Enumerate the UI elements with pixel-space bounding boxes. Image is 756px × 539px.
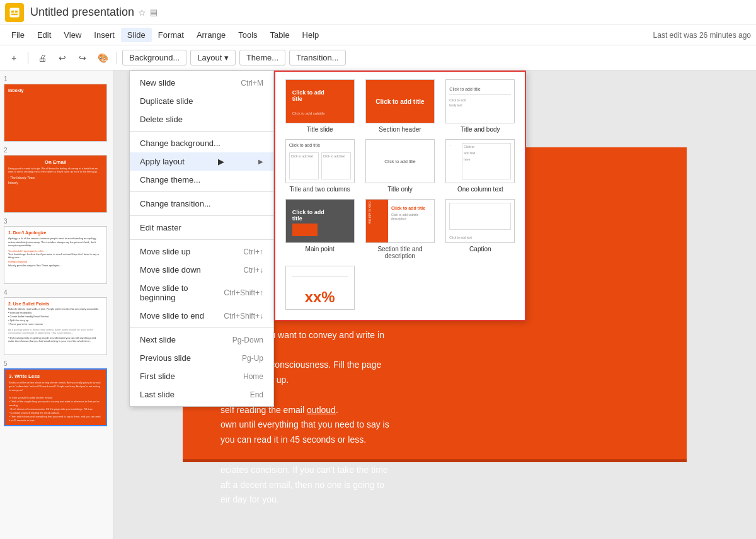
dd-apply-layout-label: Apply layout <box>140 157 185 166</box>
slide-num-4: 4 <box>4 289 109 296</box>
dd-change-theme[interactable]: Change theme... <box>130 171 273 189</box>
lt-main-point-label: Main point <box>306 246 335 252</box>
dd-move-up[interactable]: Move slide up Ctrl+↑ <box>130 242 273 261</box>
dd-sep-2 <box>130 191 273 192</box>
slide3-body: Apology, a lot of the reason connects pe… <box>8 237 103 247</box>
print-btn[interactable]: 🖨 <box>33 49 51 67</box>
redo-btn[interactable]: ↪ <box>74 49 91 67</box>
paint-btn[interactable]: 🎨 <box>94 49 112 67</box>
dd-change-background[interactable]: Change background... <box>130 134 273 152</box>
dd-move-up-label: Move slide up <box>140 247 190 256</box>
dd-first-label: First slide <box>140 372 175 381</box>
layout-main-point[interactable]: Click to addtitle Main point <box>283 199 357 259</box>
lt-tb-body: Click to add body text <box>449 98 511 120</box>
slide-thumb-3[interactable]: 3 1. Don't Apologize Apology, a lot of t… <box>4 218 109 284</box>
slide-thumb-2[interactable]: 2 On Email Being good in email is tough.… <box>4 147 109 213</box>
toolbar: + 🖨 ↩ ↪ 🎨 Background... Layout ▾ Theme..… <box>0 45 756 71</box>
lt-to-center: Click to add title <box>366 140 434 183</box>
dd-move-end-shortcut: Ctrl+Shift+↓ <box>224 312 263 321</box>
lt-sec-title-desc-label: Section title anddescription <box>377 246 422 259</box>
lt-main-point-thumb: Click to addtitle <box>285 199 355 243</box>
zoom-btn[interactable]: + <box>5 49 23 67</box>
layout-section-header[interactable]: Click to add title Section header <box>363 79 437 133</box>
lt-std-desc: Click to add subtitle description <box>391 213 431 220</box>
menu-view[interactable]: View <box>57 28 88 42</box>
dd-move-beginning[interactable]: Move slide to beginning Ctrl+Shift+↑ <box>130 279 273 307</box>
slide2-title: On Email <box>8 159 103 165</box>
slide-thumb-5[interactable]: 5 3. Write Less Books could be written a… <box>4 360 109 426</box>
dd-move-up-shortcut: Ctrl+↑ <box>243 247 263 256</box>
dd-move-down[interactable]: Move slide down Ctrl+↓ <box>130 261 273 279</box>
layout-two-columns[interactable]: Click to add title Click to add text Cli… <box>283 139 357 193</box>
dd-next-slide[interactable]: Next slide Pg-Down <box>130 331 273 349</box>
dd-change-transition-label: Change transition... <box>140 199 211 208</box>
dd-apply-layout[interactable]: Apply layout ▶ <box>130 152 273 171</box>
lt-tc-top: Click to add title <box>289 143 351 147</box>
theme-btn[interactable]: Theme... <box>239 50 285 65</box>
dd-last-label: Last slide <box>140 390 175 399</box>
lt-title-slide-label: Title slide <box>307 126 333 133</box>
dd-sep-4 <box>130 239 273 240</box>
dd-edit-master-label: Edit master <box>140 223 181 232</box>
slide3-title: 1. Don't Apologize <box>8 230 103 235</box>
slide2-body: Being good in email is tough. We all kno… <box>8 167 103 173</box>
doc-title[interactable]: Untitled presentation <box>30 6 134 19</box>
dd-prev-slide[interactable]: Previous slide Pg-Up <box>130 349 273 367</box>
layout-panel: Click to addtitle Click to add subtitle … <box>274 71 526 321</box>
slide-img-4: 2. Use Bullet Points Nobody likes to rea… <box>4 297 107 355</box>
slide-img-3: 1. Don't Apologize Apology, a lot of the… <box>4 226 107 284</box>
lt-sh-main-title: Click to add title <box>366 80 434 123</box>
menu-slide[interactable]: Slide <box>121 28 152 42</box>
lt-oc-side: - <box>449 143 450 147</box>
menu-tools[interactable]: Tools <box>232 28 263 42</box>
menu-help[interactable]: Help <box>296 28 326 42</box>
slide-num-5: 5 <box>4 360 109 367</box>
lt-tb-top: Click to add title <box>449 83 511 94</box>
slide-thumb-4[interactable]: 4 2. Use Bullet Points Nobody likes to r… <box>4 289 109 355</box>
slide-num-3: 3 <box>4 218 109 225</box>
menu-format[interactable]: Format <box>152 28 190 42</box>
layout-title-slide[interactable]: Click to addtitle Click to add subtitle … <box>283 79 357 133</box>
slide-img-5: 3. Write Less Books could be written abo… <box>4 368 107 426</box>
menu-bar: File Edit View Insert Slide Format Arran… <box>0 25 756 45</box>
dd-last-slide[interactable]: Last slide End <box>130 385 273 404</box>
dd-edit-master[interactable]: Edit master <box>130 218 273 237</box>
layout-title-only[interactable]: Click to add title Title only <box>363 139 437 193</box>
lt-bn-num: xx% <box>286 288 354 306</box>
dd-move-end[interactable]: Move slide to end Ctrl+Shift+↓ <box>130 307 273 325</box>
dd-delete-slide[interactable]: Delete slide <box>130 110 273 128</box>
lt-two-columns-thumb: Click to add title Click to add text Cli… <box>285 139 355 183</box>
lt-bn-line <box>292 276 348 276</box>
dd-prev-shortcut: Pg-Up <box>242 354 263 363</box>
top-bar: Untitled presentation ☆ ▤ <box>0 0 756 25</box>
dd-new-slide[interactable]: New slide Ctrl+M <box>130 74 273 92</box>
transition-btn[interactable]: Transition... <box>289 50 345 65</box>
layout-title-body[interactable]: Click to add title Click to add body tex… <box>444 79 517 133</box>
svg-rect-3 <box>11 13 18 15</box>
layout-big-number[interactable]: xx% <box>283 266 357 312</box>
background-btn[interactable]: Background... <box>122 50 186 65</box>
dd-change-transition[interactable]: Change transition... <box>130 195 273 213</box>
undo-btn[interactable]: ↩ <box>54 49 71 67</box>
dd-first-slide[interactable]: First slide Home <box>130 367 273 385</box>
dd-move-down-label: Move slide down <box>140 265 201 275</box>
dd-sep-3 <box>130 215 273 216</box>
menu-file[interactable]: File <box>5 28 31 42</box>
layout-one-col[interactable]: - Click to add text here One column text <box>444 139 517 193</box>
folder-icon[interactable]: ▤ <box>150 8 158 17</box>
menu-arrange[interactable]: Arrange <box>190 28 232 42</box>
star-icon[interactable]: ☆ <box>138 8 146 18</box>
lt-ts-main-title: Click to addtitle <box>292 89 324 102</box>
layout-caption[interactable]: Click to add text Caption <box>444 199 517 259</box>
menu-edit[interactable]: Edit <box>31 28 57 42</box>
layout-btn[interactable]: Layout ▾ <box>190 50 236 65</box>
slide-thumb-1[interactable]: 1 Inboxly <box>4 76 109 142</box>
dd-change-theme-label: Change theme... <box>140 175 200 184</box>
lt-two-columns-label: Title and two columns <box>289 186 350 193</box>
slide-panel: 1 Inboxly 2 On Email Being good in email… <box>0 71 113 539</box>
layout-sec-title-desc[interactable]: Click to add title Click to add title Cl… <box>363 199 437 259</box>
menu-table[interactable]: Table <box>264 28 296 42</box>
menu-insert[interactable]: Insert <box>88 28 121 42</box>
dd-duplicate-slide[interactable]: Duplicate slide <box>130 92 273 110</box>
layout-grid: Click to addtitle Click to add subtitle … <box>283 79 517 312</box>
